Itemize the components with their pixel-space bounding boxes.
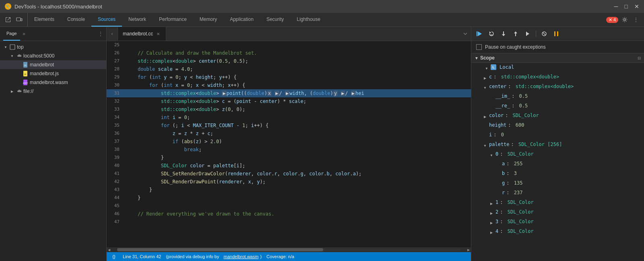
step-button[interactable] bbox=[523, 29, 533, 39]
tree-item-top[interactable]: ▼ top bbox=[0, 43, 106, 51]
file-cc-icon: cc bbox=[23, 62, 28, 68]
code-line-32: 32 std::complex<double> c = (point - cen… bbox=[107, 97, 471, 105]
scope-item-palette-3[interactable]: ▶ 3 : SDL_Color bbox=[471, 218, 644, 228]
tree-item-mandelbrot[interactable]: cc mandelbrot bbox=[0, 60, 106, 69]
scope-item-center[interactable]: ▼ center : std::complex<double> bbox=[471, 83, 644, 92]
error-badge[interactable]: ✕ 4 bbox=[606, 17, 618, 23]
code-line-44: 44 } bbox=[107, 194, 471, 202]
step-out-button[interactable] bbox=[511, 29, 520, 39]
scope-item-color[interactable]: ▶ color : SDL_Color bbox=[471, 112, 644, 121]
resume-button[interactable] bbox=[475, 29, 484, 39]
cloud-icon-file bbox=[16, 88, 22, 94]
tab-console[interactable]: Console bbox=[61, 13, 91, 27]
settings-icon[interactable] bbox=[620, 15, 630, 25]
scope-collapse-all-icon[interactable]: ⊟ bbox=[638, 56, 641, 60]
titlebar-title: DevTools - localhost:5000/mandelbrot bbox=[14, 4, 611, 10]
step-into-button[interactable] bbox=[499, 29, 508, 39]
code-line-27: 27 std::complex<double> center(0.5, 0.5)… bbox=[107, 57, 471, 65]
wasm-link[interactable]: mandelbrot.wasm bbox=[224, 254, 259, 259]
tab-memory[interactable]: Memory bbox=[193, 13, 223, 27]
scope-item-palette-0[interactable]: ▼ 0 : SDL_Color bbox=[471, 150, 644, 160]
scope-item-palette-4[interactable]: ▶ 4 : SDL_Color bbox=[471, 228, 644, 237]
scope-item-b: b : 3 bbox=[471, 170, 644, 179]
scope-item-palette-1[interactable]: ▶ 1 : SDL_Color bbox=[471, 199, 644, 208]
scope-item-palette[interactable]: ▼ palette : SDL_Color [256] bbox=[471, 141, 644, 150]
code-tab-expand-icon[interactable] bbox=[460, 27, 471, 41]
code-scroll[interactable]: 25 26 // Calculate and draw the Mandelbr… bbox=[107, 41, 471, 247]
scope-item-palette-2[interactable]: ▶ 2 : SDL_Color bbox=[471, 208, 644, 218]
tree-item-file[interactable]: ▶ file:// bbox=[0, 87, 106, 96]
svg-marker-10 bbox=[478, 31, 482, 36]
panel-options-icon[interactable]: ⋮ bbox=[98, 31, 103, 37]
pause-button[interactable] bbox=[551, 29, 561, 39]
tree-arrow-localhost: ▼ bbox=[10, 54, 14, 58]
main-tabbar: Elements Console Sources Network Perform… bbox=[0, 13, 644, 27]
tab-sources[interactable]: Sources bbox=[91, 13, 122, 27]
inspect-icon[interactable] bbox=[3, 15, 13, 25]
code-line-33: 33 std::complex<double> z(0, 0); bbox=[107, 105, 471, 113]
code-line-39: 39 } bbox=[107, 154, 471, 162]
panel-tab-page[interactable]: Page bbox=[3, 27, 20, 41]
more-options-icon[interactable]: ⋮ bbox=[631, 15, 641, 25]
code-lines: 25 26 // Calculate and draw the Mandelbr… bbox=[107, 41, 471, 226]
tab-network[interactable]: Network bbox=[122, 13, 153, 27]
scope-local-header[interactable]: ▼ L Local bbox=[471, 64, 644, 73]
scope-section: ▼ Scope ⊟ ▼ L Local ▶ c : std::complex<d… bbox=[471, 53, 644, 261]
step-over-button[interactable] bbox=[487, 29, 496, 39]
code-tab-close-icon[interactable]: ✕ bbox=[155, 31, 161, 37]
hscroll-track[interactable] bbox=[117, 248, 460, 251]
tabbar-right: ✕ 4 ⋮ bbox=[606, 13, 644, 27]
code-tab-mandelbrot-cc[interactable]: mandelbrot.cc ✕ bbox=[118, 27, 166, 41]
tab-application[interactable]: Application bbox=[223, 13, 260, 27]
tab-elements[interactable]: Elements bbox=[28, 13, 61, 27]
scope-group-local: ▼ L Local ▶ c : std::complex<double> ▼ c… bbox=[471, 63, 644, 238]
tree-item-localhost[interactable]: ▼ localhost:5000 bbox=[0, 51, 106, 60]
code-line-43: 43 } bbox=[107, 186, 471, 194]
deactivate-breakpoints-button[interactable] bbox=[539, 29, 549, 39]
scope-header[interactable]: ▼ Scope ⊟ bbox=[471, 53, 644, 63]
code-line-26: 26 // Calculate and draw the Mandelbrot … bbox=[107, 49, 471, 57]
scope-item-re: __re_ : 0.5 bbox=[471, 102, 644, 112]
code-line-42: 42 SDL_RenderDrawPoint(renderer, x, y); bbox=[107, 178, 471, 186]
svg-marker-15 bbox=[502, 34, 505, 36]
close-button[interactable]: ✕ bbox=[634, 3, 639, 10]
hscroll-thumb[interactable] bbox=[117, 248, 323, 251]
tab-security[interactable]: Security bbox=[260, 13, 290, 27]
scroll-left-icon[interactable]: ◀ bbox=[107, 247, 111, 252]
pause-exceptions-checkbox[interactable] bbox=[476, 44, 482, 50]
debug-info: (provided via debug info by mandelbrot.w… bbox=[166, 254, 262, 259]
code-hscrollbar[interactable]: ◀ ▶ bbox=[107, 247, 471, 252]
svg-marker-12 bbox=[489, 31, 491, 34]
minimize-button[interactable]: ─ bbox=[614, 3, 618, 10]
device-toolbar-icon[interactable] bbox=[14, 15, 24, 25]
panel-tab-more[interactable]: » bbox=[20, 30, 28, 38]
svg-rect-11 bbox=[477, 31, 477, 36]
svg-rect-3 bbox=[10, 45, 15, 49]
code-line-30: 30 for (int x = 0; x < width; x++) { bbox=[107, 81, 471, 89]
maximize-button[interactable]: □ bbox=[625, 3, 628, 10]
scope-item-g: g : 135 bbox=[471, 179, 644, 189]
code-tab-back-icon[interactable]: ‹ bbox=[107, 27, 118, 41]
scroll-right-icon[interactable]: ▶ bbox=[466, 247, 471, 252]
code-line-31: 31 std::complex<double> ▶point((double)x… bbox=[107, 89, 471, 97]
tree-label-top: top bbox=[17, 44, 24, 50]
tab-lighthouse[interactable]: Lighthouse bbox=[290, 13, 327, 27]
scope-item-a: a : 255 bbox=[471, 160, 644, 170]
scope-collapse-icon: ▼ bbox=[475, 56, 479, 60]
tab-performance[interactable]: Performance bbox=[153, 13, 193, 27]
tree-item-mandelbrot-wasm[interactable]: wasm mandelbrot.wasm bbox=[0, 78, 106, 87]
titlebar: 🔧 DevTools - localhost:5000/mandelbrot ─… bbox=[0, 0, 644, 13]
format-button[interactable]: {} bbox=[110, 253, 118, 261]
scope-item-c[interactable]: ▶ c : std::complex<double> bbox=[471, 73, 644, 83]
window-controls[interactable]: ─ □ ✕ bbox=[614, 3, 639, 10]
tree-item-mandelbrot-js[interactable]: js mandelbrot.js bbox=[0, 69, 106, 78]
scope-local-label: Local bbox=[500, 64, 514, 70]
svg-text:js: js bbox=[24, 73, 26, 75]
tree-label-file: file:// bbox=[23, 88, 33, 94]
svg-rect-23 bbox=[557, 31, 558, 36]
svg-rect-19 bbox=[526, 32, 527, 36]
pause-exceptions-label: Pause on caught exceptions bbox=[485, 44, 546, 50]
tree-label-mandelbrot-wasm: mandelbrot.wasm bbox=[30, 80, 68, 85]
toolbar-separator bbox=[536, 31, 536, 37]
file-wasm-icon: wasm bbox=[23, 80, 28, 85]
